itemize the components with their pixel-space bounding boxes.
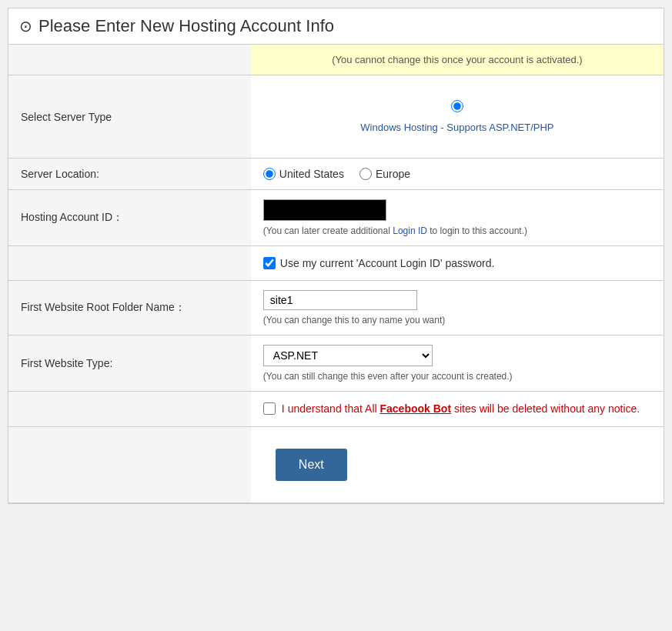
facebook-notice-row: I understand that All Facebook Bot sites… — [8, 392, 664, 427]
login-id-link[interactable]: Login ID — [393, 225, 427, 236]
helper-text-after: to login to this account.) — [427, 225, 527, 236]
facebook-text2: sites will be deleted without any notice… — [451, 402, 640, 415]
website-type-select[interactable]: ASP.NET PHP HTML — [263, 345, 433, 366]
warning-banner: (You cannot change this once your accoun… — [251, 45, 664, 75]
facebook-notice: I understand that All Facebook Bot sites… — [263, 401, 651, 417]
server-location-row: Server Location: United States Europe — [8, 159, 664, 190]
use-current-password-checkbox[interactable] — [263, 257, 276, 269]
form-table: (You cannot change this once your accoun… — [8, 45, 664, 503]
facebook-text1: I understand that All — [282, 402, 380, 415]
next-button-row: Next — [8, 427, 664, 503]
folder-name-row: First Website Root Folder Name： (You can… — [8, 281, 664, 336]
folder-name-input[interactable] — [263, 290, 417, 310]
account-id-label: Hosting Account ID： — [8, 190, 251, 246]
server-type-wrapper: Windows Hosting - Supports ASP.NET/PHP — [263, 85, 651, 149]
server-location-cell: United States Europe — [251, 159, 664, 190]
account-id-cell: (You can later create additional Login I… — [251, 190, 664, 246]
password-label-cell — [8, 246, 251, 281]
folder-name-cell: (You can change this to any name you wan… — [251, 281, 664, 336]
website-type-row: First Website Type: ASP.NET PHP HTML (Yo… — [8, 336, 664, 392]
warning-row: (You cannot change this once your accoun… — [8, 45, 664, 75]
facebook-notice-checkbox[interactable] — [263, 402, 276, 415]
windows-hosting-option[interactable] — [451, 100, 463, 112]
header-icon: ⊙ — [19, 17, 32, 35]
page-title: Please Enter New Hosting Account Info — [38, 16, 334, 36]
password-cell: Use my current 'Account Login ID' passwo… — [251, 246, 664, 281]
website-type-cell: ASP.NET PHP HTML (You can still change t… — [251, 336, 664, 392]
account-id-row: Hosting Account ID： (You can later creat… — [8, 190, 664, 246]
page-header: ⊙ Please Enter New Hosting Account Info — [8, 8, 664, 45]
us-location-option[interactable]: United States — [263, 168, 344, 180]
facebook-notice-text: I understand that All Facebook Bot sites… — [282, 401, 640, 417]
facebook-notice-label-cell — [8, 392, 251, 427]
windows-hosting-label: Windows Hosting - Supports ASP.NET/PHP — [360, 122, 553, 133]
us-location-radio[interactable] — [263, 168, 276, 180]
account-id-input-masked — [263, 199, 386, 221]
server-type-cell: Windows Hosting - Supports ASP.NET/PHP — [251, 75, 664, 159]
europe-location-label: Europe — [376, 168, 410, 180]
website-type-label: First Website Type: — [8, 336, 251, 392]
europe-location-radio[interactable] — [359, 168, 372, 180]
facebook-notice-cell: I understand that All Facebook Bot sites… — [251, 392, 664, 427]
facebook-bot-link: Facebook Bot — [380, 402, 452, 415]
next-button-cell: Next — [251, 427, 664, 503]
us-location-label: United States — [279, 168, 344, 180]
password-row: Use my current 'Account Login ID' passwo… — [8, 246, 664, 281]
use-current-password-label: Use my current 'Account Login ID' passwo… — [280, 257, 494, 269]
folder-name-label: First Website Root Folder Name： — [8, 281, 251, 336]
next-label-cell — [8, 427, 251, 503]
next-button[interactable]: Next — [276, 449, 347, 481]
website-type-helper: (You can still change this even after yo… — [263, 371, 651, 382]
europe-location-option[interactable]: Europe — [359, 168, 410, 180]
server-type-label: Select Server Type — [8, 75, 251, 159]
server-location-options: United States Europe — [263, 168, 651, 180]
warning-label-cell — [8, 45, 251, 75]
warning-text: (You cannot change this once your accoun… — [332, 54, 582, 65]
helper-text-before: (You can later create additional — [263, 225, 393, 236]
folder-name-helper: (You can change this to any name you wan… — [263, 315, 651, 326]
server-location-label: Server Location: — [8, 159, 251, 190]
windows-hosting-radio[interactable] — [451, 100, 463, 112]
account-id-helper: (You can later create additional Login I… — [263, 225, 651, 236]
password-checkbox-row: Use my current 'Account Login ID' passwo… — [263, 257, 651, 269]
server-type-row: Select Server Type Windows Hosting - Sup… — [8, 75, 664, 159]
